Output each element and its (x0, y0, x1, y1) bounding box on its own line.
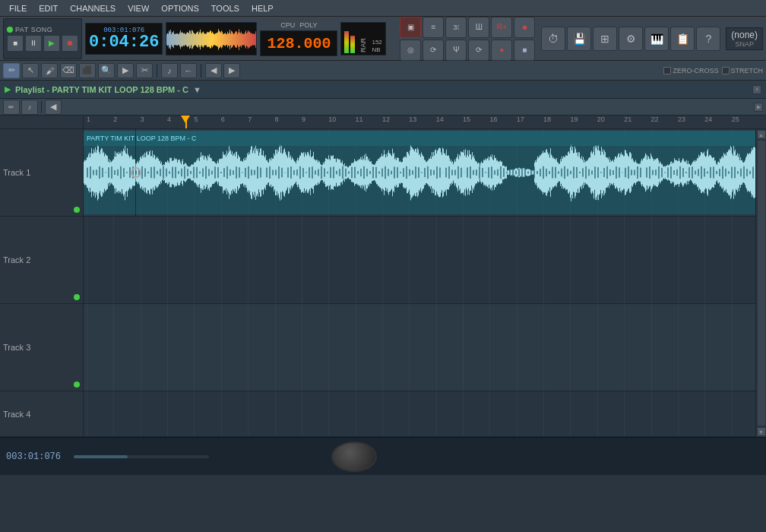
menu-file[interactable]: FILE (3, 2, 33, 14)
scroll-left[interactable]: ◀ (205, 63, 222, 78)
stretch-option[interactable]: STRETCH (722, 67, 764, 74)
plt-tool-1[interactable]: ✏ (3, 100, 20, 115)
track-3-grid (84, 304, 755, 391)
scroll-up-btn[interactable]: ▲ (757, 130, 766, 139)
ruler-tick-19: 19 (570, 116, 578, 123)
track-1-indicator (74, 207, 80, 213)
tool-eraser[interactable]: ⌫ (60, 63, 77, 78)
zero-cross-option[interactable]: ZERO-CROSS (663, 67, 718, 74)
tool-play[interactable]: ▶ (117, 63, 134, 78)
track-2-name: Track 2 (3, 255, 30, 264)
menu-view[interactable]: VIEW (122, 2, 155, 14)
ctrl-btn-r-plus[interactable]: R+ (491, 17, 512, 38)
btn-save[interactable]: 💾 (567, 27, 591, 51)
top-toolbar: PAT SONG ■ ⏸ ▶ ⏺ 003:01:076 0:04:26 CPU … (0, 17, 766, 61)
track-content-area[interactable]: PARTY TIM KIT LOOP 128 BPM - C (84, 129, 755, 437)
menu-channels[interactable]: CHANNELS (64, 2, 122, 14)
ctrl-btn-8[interactable]: ⟳ (468, 40, 489, 61)
pause-button[interactable]: ⏸ (25, 35, 42, 52)
play-button[interactable]: ▶ (43, 35, 60, 52)
ruler-tick-10: 10 (328, 116, 336, 123)
ctrl-btn-3[interactable]: 3⃞ (445, 17, 467, 38)
ctrl-btn-1[interactable]: ▣ (400, 17, 421, 38)
grid-line-11 (382, 217, 383, 303)
grid-line-1 (113, 304, 114, 391)
ctrl-btn-4[interactable]: Ш (468, 17, 489, 38)
btn-info[interactable]: 📋 (670, 27, 695, 51)
status-time: 003:01:076 (6, 451, 61, 462)
tool-scissors[interactable]: ✂ (136, 63, 153, 78)
ruler-tick-8: 8 (275, 116, 279, 123)
status-progress-bar[interactable] (73, 454, 210, 459)
ruler-tick-4: 4 (167, 116, 171, 123)
scroll-thumb[interactable] (758, 141, 765, 426)
menu-edit[interactable]: EDIT (33, 2, 64, 14)
grid-line-11 (382, 391, 383, 436)
vertical-scrollbar[interactable]: ▲ ▼ (755, 129, 766, 437)
grid-line-24 (732, 304, 733, 391)
snap-value[interactable]: (none) (731, 30, 758, 40)
track-row-3 (84, 304, 755, 391)
stretch-checkbox[interactable] (722, 67, 730, 74)
btn-help[interactable]: ? (696, 27, 720, 51)
ctrl-btn-9[interactable]: ● (491, 40, 512, 61)
btn-grid[interactable]: ⊞ (593, 27, 617, 51)
btn-mixer[interactable]: ⏱ (541, 27, 565, 51)
grid-line-1 (113, 391, 114, 436)
status-knob[interactable] (331, 442, 377, 472)
ruler-label-space (0, 116, 84, 128)
tool-fill[interactable]: ⬛ (79, 63, 96, 78)
plt-tool-note[interactable]: ♪ (21, 100, 38, 115)
playlist-close[interactable]: ✕ (752, 85, 761, 94)
ruler-tick-9: 9 (302, 116, 305, 123)
track-label-4: Track 4 (0, 391, 83, 437)
scroll-down-btn[interactable]: ▼ (757, 427, 766, 436)
grid-line-20 (624, 391, 625, 436)
tool-brush[interactable]: 🖌 (41, 63, 58, 78)
playlist-dropdown[interactable]: ▼ (193, 85, 201, 94)
playlist-title: Playlist - PARTY TIM KIT LOOP 128 BPM - … (15, 85, 188, 94)
level-meters: RAR 152 NB (340, 22, 385, 55)
ctrl-btn-6[interactable]: ⟳ (423, 40, 444, 61)
ctrl-btn-5[interactable]: ◎ (400, 40, 421, 61)
grid-line-5 (221, 304, 222, 391)
menu-tools[interactable]: TOOLS (205, 2, 245, 14)
grid-line-1 (113, 217, 114, 303)
zero-cross-checkbox[interactable] (663, 67, 671, 74)
grid-line-5 (221, 217, 222, 303)
track-labels: Track 1 Track 2 Track 3 Track 4 (0, 129, 84, 437)
menu-options[interactable]: OPTIONS (155, 2, 205, 14)
timeline-ruler: 1234567891011121314151617181920212223242… (0, 116, 766, 129)
record-button[interactable]: ⏺ (62, 35, 78, 52)
grid-line-2 (141, 217, 141, 303)
tool-select[interactable]: ↖ (22, 63, 39, 78)
plt-scroll-right[interactable]: ▶ (754, 103, 763, 112)
stop-button[interactable]: ■ (7, 35, 24, 52)
track-3-indicator (74, 382, 80, 388)
ctrl-btn-10[interactable]: ■ (514, 40, 535, 61)
bpm-display[interactable]: 128.000 (260, 30, 337, 56)
grid-line-19 (597, 391, 598, 436)
btn-piano[interactable]: 🎹 (644, 27, 669, 51)
grid-line-14 (463, 304, 464, 391)
menu-help[interactable]: HELP (245, 2, 280, 14)
grid-line-19 (597, 304, 598, 391)
grid-line-22 (678, 217, 679, 303)
ctrl-btn-7[interactable]: Ψ (445, 40, 467, 61)
tool-pencil[interactable]: ✏ (3, 63, 20, 78)
progress-fill (74, 455, 128, 458)
tool-zoom[interactable]: 🔍 (98, 63, 115, 78)
ctrl-btn-2[interactable]: ≡ (423, 17, 444, 38)
tool-arrow[interactable]: ← (180, 63, 197, 78)
plt-scroll-left[interactable]: ◀ (45, 100, 62, 115)
grid-line-17 (543, 304, 544, 391)
pat-label: PAT (15, 26, 29, 33)
grid-line-3 (167, 217, 168, 303)
scroll-right[interactable]: ▶ (223, 63, 240, 78)
btn-settings[interactable]: ⚙ (619, 27, 643, 51)
grid-line-16 (517, 217, 518, 303)
tool-note[interactable]: ♪ (161, 63, 178, 78)
ctrl-btn-dot[interactable]: ● (514, 17, 535, 38)
grid-line-9 (328, 391, 329, 436)
grid-line-11 (382, 304, 383, 391)
